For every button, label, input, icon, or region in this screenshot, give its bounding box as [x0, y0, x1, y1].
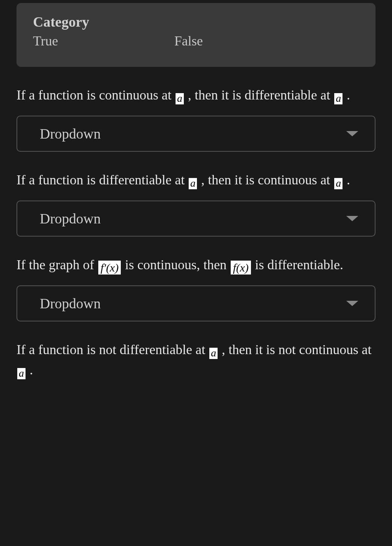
- math-variable: a: [334, 93, 342, 104]
- math-variable: a: [209, 348, 218, 359]
- question-text-fragment: If a function is not differentiable at: [17, 342, 209, 357]
- dropdown-label: Dropdown: [40, 295, 101, 312]
- chevron-down-icon: [346, 216, 358, 221]
- question-text-fragment: , then it is not continuous at: [218, 342, 371, 357]
- question-text-fragment: .: [343, 87, 350, 103]
- question-text-fragment: If a function is differentiable at: [17, 172, 188, 187]
- question-text-fragment: If the graph of: [17, 257, 98, 272]
- question-block: If the graph of f′(x) is continuous, the…: [17, 255, 375, 321]
- question-block: If a function is not differentiable at a…: [17, 339, 375, 380]
- question-block: If a function is differentiable at a , t…: [17, 170, 375, 237]
- question-block: If a function is continuous at a , then …: [17, 85, 375, 152]
- math-variable: a: [17, 368, 26, 379]
- category-option-true: True: [33, 33, 58, 49]
- question-text-fragment: If a function is continuous at: [17, 87, 175, 103]
- question-text-fragment: is differentiable.: [252, 257, 343, 272]
- question-text-fragment: is continuous, then: [122, 257, 230, 272]
- math-variable: a: [176, 93, 184, 104]
- answer-dropdown[interactable]: Dropdown: [17, 116, 375, 152]
- answer-dropdown[interactable]: Dropdown: [17, 285, 375, 321]
- question-text: If a function is continuous at a , then …: [17, 85, 375, 105]
- category-option-false: False: [174, 33, 203, 49]
- category-title: Category: [33, 14, 359, 30]
- question-text-fragment: , then it is differentiable at: [185, 87, 333, 103]
- answer-dropdown[interactable]: Dropdown: [17, 201, 375, 237]
- math-expression: f(x): [231, 261, 251, 275]
- question-text: If the graph of f′(x) is continuous, the…: [17, 255, 375, 275]
- question-text-fragment: .: [343, 172, 350, 187]
- category-panel: Category True False: [17, 3, 375, 67]
- math-expression: f′(x): [98, 261, 121, 275]
- math-variable: a: [334, 178, 342, 189]
- chevron-down-icon: [346, 301, 358, 306]
- chevron-down-icon: [346, 131, 358, 136]
- category-options: True False: [33, 33, 359, 49]
- question-text-fragment: , then it is continuous at: [198, 172, 333, 187]
- dropdown-label: Dropdown: [40, 125, 101, 142]
- question-text-fragment: .: [26, 362, 33, 377]
- question-text: If a function is differentiable at a , t…: [17, 170, 375, 190]
- math-variable: a: [189, 178, 197, 189]
- dropdown-label: Dropdown: [40, 210, 101, 227]
- question-text: If a function is not differentiable at a…: [17, 339, 375, 380]
